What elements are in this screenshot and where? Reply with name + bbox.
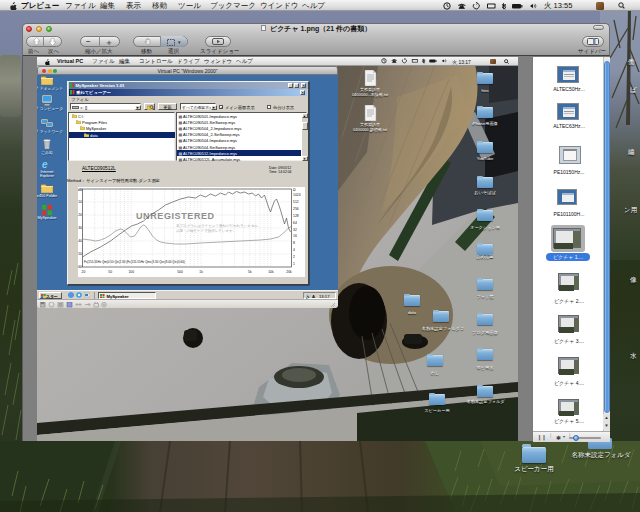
svg-text:-40: -40 [78,239,82,243]
svg-text:512: 512 [293,200,299,204]
svg-text:1024: 1024 [293,193,301,197]
svg-text:32: 32 [293,228,297,232]
svg-text:本プログラムはライセンス登録が行われていません。: 本プログラムはライセンス登録が行われていません。 [176,223,262,228]
svg-text:16: 16 [293,234,297,238]
svg-text:20: 20 [81,270,85,274]
svg-text:100: 100 [128,270,134,274]
svg-text:-60: -60 [78,265,82,269]
svg-text:1k: 1k [199,270,203,274]
svg-text:1: 1 [293,262,295,266]
svg-text:128: 128 [293,214,299,218]
svg-text:-10: -10 [78,200,82,204]
svg-text:64: 64 [293,221,297,225]
svg-text:4: 4 [293,248,295,252]
svg-text:-20: -20 [78,213,82,217]
svg-text:500: 500 [177,270,183,274]
svg-text:UNREGISTERED: UNREGISTERED [136,211,215,221]
svg-text:2: 2 [293,255,295,259]
svg-text:試用・評価モードで動作しています。: 試用・評価モードで動作しています。 [176,228,236,233]
svg-text:20k: 20k [286,270,292,274]
svg-text:256: 256 [293,207,299,211]
svg-text:8: 8 [293,241,295,245]
svg-text:-30: -30 [78,226,82,230]
svg-text:10k: 10k [268,270,274,274]
svg-text:5k: 5k [248,270,252,274]
svg-text:50: 50 [108,270,112,274]
svg-text:Fs(155.55Hz Qm(0.50 Qe(2.30: Fs(155.55Hz Qm(0.50 Qe(2.30 (Fc(155.55Hz… [84,260,185,264]
svg-text:-50: -50 [78,252,82,256]
